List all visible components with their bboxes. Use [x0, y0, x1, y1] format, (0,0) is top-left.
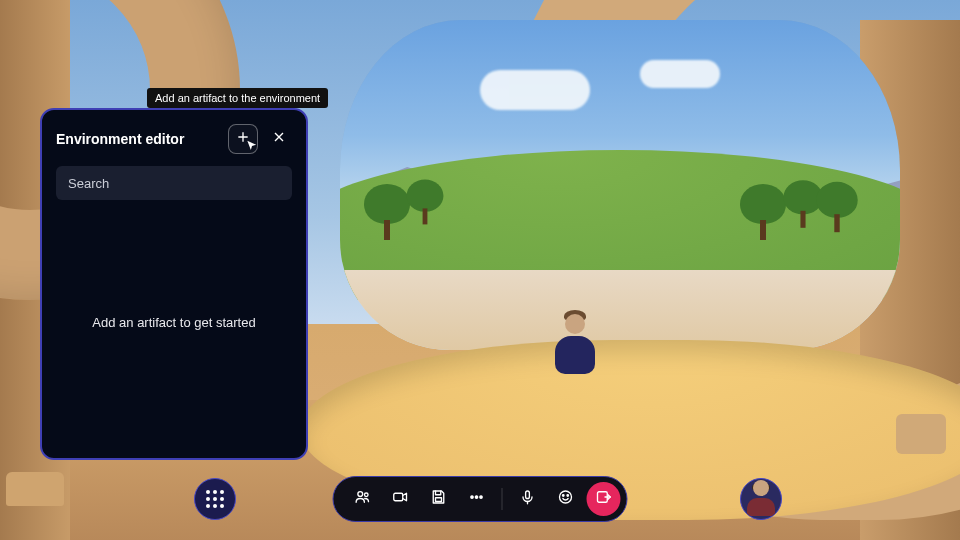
meeting-toolbar: [333, 476, 628, 522]
svg-point-4: [471, 496, 473, 498]
add-artifact-button[interactable]: [228, 124, 258, 154]
svg-point-1: [364, 493, 368, 497]
video-button[interactable]: [384, 482, 418, 516]
search-input[interactable]: [56, 166, 292, 200]
more-button[interactable]: [460, 482, 494, 516]
more-ellipsis-icon: [468, 488, 486, 510]
svg-point-6: [480, 496, 482, 498]
leave-screen-icon: [595, 488, 613, 510]
environment-editor-panel: Environment editor Add an artifact to ge…: [40, 108, 308, 460]
apps-grid-icon: [206, 490, 224, 508]
svg-point-8: [560, 491, 572, 503]
svg-rect-3: [436, 498, 442, 502]
svg-rect-2: [394, 493, 403, 501]
leave-button[interactable]: [587, 482, 621, 516]
people-icon: [354, 488, 372, 510]
add-artifact-tooltip: Add an artifact to the environment: [147, 88, 328, 108]
svg-point-5: [475, 496, 477, 498]
scene-avatar[interactable]: [555, 310, 595, 374]
people-button[interactable]: [346, 482, 380, 516]
reactions-button[interactable]: [549, 482, 583, 516]
empty-state-text: Add an artifact to get started: [56, 200, 292, 444]
toolbar-separator: [502, 488, 503, 510]
plus-icon: [235, 129, 251, 149]
svg-point-9: [563, 495, 565, 497]
profile-avatar-button[interactable]: [740, 478, 782, 520]
save-button[interactable]: [422, 482, 456, 516]
close-icon: [271, 129, 287, 149]
save-icon: [430, 488, 448, 510]
video-camera-icon: [392, 488, 410, 510]
svg-rect-7: [526, 491, 530, 499]
apps-menu-button[interactable]: [194, 478, 236, 520]
close-panel-button[interactable]: [266, 124, 292, 154]
emoji-reaction-icon: [557, 488, 575, 510]
svg-point-10: [567, 495, 569, 497]
microphone-button[interactable]: [511, 482, 545, 516]
svg-point-0: [358, 492, 363, 497]
user-avatar-icon: [747, 482, 775, 516]
panel-title: Environment editor: [56, 131, 220, 147]
microphone-icon: [519, 488, 537, 510]
